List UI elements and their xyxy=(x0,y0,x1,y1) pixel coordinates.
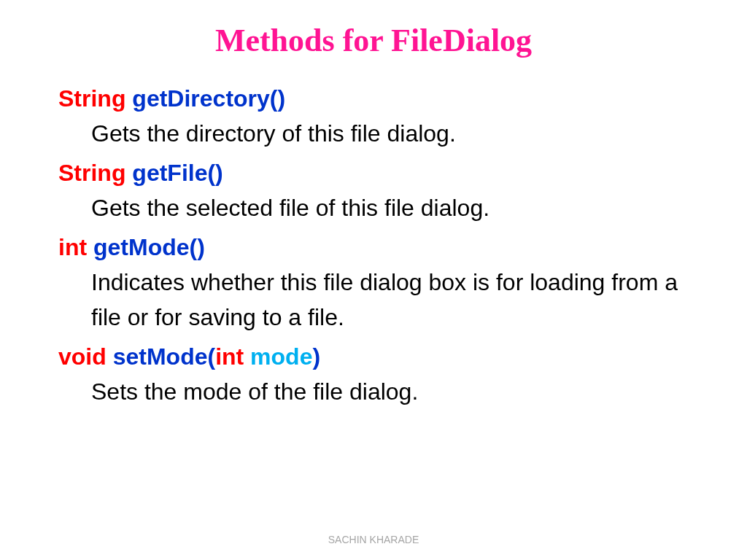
method-name: getFile() xyxy=(132,160,222,186)
method-name: getMode() xyxy=(93,234,205,260)
method-signature-getmode: int getMode() xyxy=(58,230,689,265)
method-signature-setmode: void setMode(int mode) xyxy=(58,339,689,374)
return-type: String xyxy=(58,85,125,112)
param-name: mode xyxy=(244,343,312,370)
method-name-suffix: ) xyxy=(312,343,320,370)
method-description: Indicates whether this file dialog box i… xyxy=(58,265,689,335)
return-type: void xyxy=(58,343,107,370)
footer-author: SACHIN KHARADE xyxy=(0,534,747,545)
method-description: Gets the directory of this file dialog. xyxy=(58,116,689,151)
method-description: Gets the selected file of this file dial… xyxy=(58,190,689,225)
slide-content: String getDirectory() Gets the directory… xyxy=(58,81,689,409)
method-name-prefix: setMode( xyxy=(113,343,215,370)
return-type: int xyxy=(58,234,87,260)
method-description: Sets the mode of the file dialog. xyxy=(58,374,689,409)
return-type: String xyxy=(58,160,125,186)
slide-title: Methods for FileDialog xyxy=(58,22,689,59)
param-type: int xyxy=(215,343,244,370)
method-signature-getdirectory: String getDirectory() xyxy=(58,81,689,116)
method-name: getDirectory() xyxy=(132,85,285,112)
method-signature-getfile: String getFile() xyxy=(58,155,689,190)
